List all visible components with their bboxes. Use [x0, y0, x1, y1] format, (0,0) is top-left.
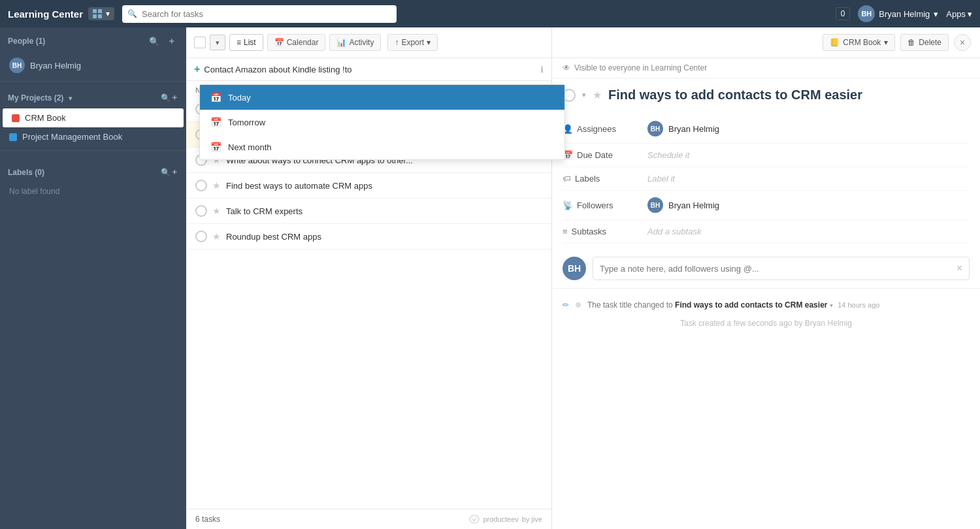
trash-icon: 🗑	[907, 38, 915, 47]
producteev-name: producteev	[483, 515, 518, 523]
search-bar: 🔍	[122, 5, 397, 23]
detail-star[interactable]: ★	[593, 89, 602, 101]
people-search-icon[interactable]: 🔍	[146, 35, 162, 48]
delete-button[interactable]: 🗑 Delete	[900, 34, 949, 51]
comment-input[interactable]	[600, 264, 956, 274]
task-panel: ▾ ≡ List 📅 Calendar 📊 Activity ↑ Export …	[186, 27, 552, 529]
list-icon: ≡	[237, 38, 241, 47]
svg-rect-1	[98, 9, 102, 13]
date-option-tomorrow[interactable]: 📅 Tomorrow	[200, 110, 564, 135]
table-row[interactable]: ★ Talk to CRM experts	[186, 199, 551, 224]
user-menu[interactable]: BH Bryan Helmig ▾	[858, 5, 938, 22]
table-row[interactable]: ★ Roundup best CRM apps	[186, 224, 551, 249]
date-nextmonth-label: Next month	[228, 142, 271, 152]
labels-section: Labels (0) 🔍 ＋ No label found	[0, 155, 186, 205]
calendar-tomorrow-icon: 📅	[210, 117, 221, 127]
top-nav-right: 0 BH Bryan Helmig ▾ Apps ▾	[836, 5, 972, 22]
app-logo: Learning Center	[8, 8, 83, 20]
activity-chevron-icon: ▾	[830, 302, 833, 309]
comment-user-avatar: BH	[563, 257, 586, 280]
task-title-6: Roundup best CRM apps	[226, 232, 537, 242]
svg-rect-0	[93, 9, 97, 13]
sidebar-item-crm-book[interactable]: CRM Book	[3, 108, 184, 127]
task-star-5[interactable]: ★	[212, 206, 221, 216]
org-switcher[interactable]: ▾	[88, 7, 114, 20]
notification-badge[interactable]: 0	[836, 7, 851, 20]
sidebar-divider-2	[0, 150, 186, 151]
sidebar-user-name: Bryan Helmig	[30, 61, 81, 71]
crm-book-label: CRM Book	[843, 38, 881, 47]
followers-field-row: 📡 Followers BH Bryan Helmig	[563, 191, 970, 220]
activity-timestamp: 14 hours ago	[838, 301, 879, 309]
project-name-pm: Project Management Book	[22, 132, 122, 142]
people-add-icon[interactable]: ＋	[165, 34, 178, 48]
due-date-value[interactable]: Schedule it	[647, 150, 689, 160]
export-button[interactable]: ↑ Export ▾	[387, 34, 438, 51]
project-dot-pm	[9, 133, 17, 141]
subtasks-icon: ≡	[563, 227, 568, 236]
calendar-nextmonth-icon: 📅	[210, 142, 221, 152]
tab-activity[interactable]: 📊 Activity	[329, 34, 381, 51]
task-star-4[interactable]: ★	[212, 180, 221, 191]
labels-search-icon[interactable]: 🔍	[161, 168, 171, 177]
assignee-avatar: BH	[647, 121, 663, 136]
table-row[interactable]: ★ Find best ways to automate CRM apps	[186, 173, 551, 199]
labels-field-row: 🏷 Labels Label it	[563, 167, 970, 191]
task-complete-circle-6[interactable]	[195, 231, 207, 242]
delete-label: Delete	[919, 38, 941, 47]
detail-chevron-icon: ▾	[582, 91, 586, 99]
apps-chevron-icon: ▾	[968, 9, 972, 19]
followers-value[interactable]: BH Bryan Helmig	[647, 197, 719, 213]
labels-label: Labels (0)	[8, 168, 161, 177]
date-option-today[interactable]: 📅 Today	[200, 85, 564, 110]
sidebar-user-avatar: BH	[9, 57, 25, 73]
task-toolbar: ▾ ≡ List 📅 Calendar 📊 Activity ↑ Export …	[186, 27, 551, 58]
date-option-next-month[interactable]: 📅 Next month	[200, 135, 564, 159]
comment-clear-icon[interactable]: ×	[956, 263, 962, 274]
tab-list[interactable]: ≡ List	[229, 34, 263, 51]
task-created-note: Task created a few seconds ago by Bryan …	[563, 313, 970, 333]
projects-search-icon[interactable]: 🔍	[161, 93, 171, 103]
comment-section: BH ×	[552, 249, 980, 289]
crm-book-button[interactable]: 📒 CRM Book ▾	[823, 34, 895, 51]
task-star-6[interactable]: ★	[212, 231, 221, 242]
due-date-field-row: 📅 Due Date Schedule it	[563, 144, 970, 167]
close-detail-button[interactable]: ×	[954, 34, 971, 51]
toolbar-dropdown-button[interactable]: ▾	[210, 35, 225, 50]
subtasks-value[interactable]: Add a subtask	[647, 227, 701, 236]
sidebar-item-pm-book[interactable]: Project Management Book	[0, 127, 186, 146]
task-complete-circle-5[interactable]	[195, 205, 207, 217]
new-task-input[interactable]	[204, 65, 540, 74]
projects-label: My Projects (2) ▾	[8, 93, 161, 103]
user-avatar: BH	[858, 5, 875, 22]
labels-placeholder: Label it	[647, 174, 675, 184]
calendar-icon: 📅	[274, 38, 284, 47]
task-title-4: Find best ways to automate CRM apps	[226, 181, 537, 191]
activity-text-title-change: The task title changed to Find ways to a…	[587, 300, 879, 310]
task-info-icon[interactable]: ℹ	[540, 65, 544, 74]
svg-rect-2	[93, 14, 97, 18]
labels-value[interactable]: Label it	[647, 174, 675, 184]
detail-task-title[interactable]: Find ways to add contacts to CRM easier	[608, 88, 970, 103]
projects-arrow-icon: ▾	[69, 95, 72, 102]
labels-add-icon[interactable]: ＋	[171, 167, 178, 178]
top-nav: Learning Center ▾ 🔍 0 BH Bryan Helmig ▾ …	[0, 0, 980, 27]
due-date-label: 📅 Due Date	[563, 150, 647, 160]
people-label: People (1)	[8, 37, 144, 46]
main-layout: People (1) 🔍 ＋ BH Bryan Helmig My Projec…	[0, 27, 980, 529]
detail-panel: 📒 CRM Book ▾ 🗑 Delete × 👁 Visible to eve…	[552, 27, 980, 529]
tab-calendar[interactable]: 📅 Calendar	[267, 34, 326, 51]
select-all-checkbox[interactable]	[194, 37, 206, 48]
date-dropdown: 📅 Today 📅 Tomorrow 📅 Next month	[199, 84, 565, 160]
followers-label: 📡 Followers	[563, 200, 647, 210]
detail-visibility-bar: 👁 Visible to everyone in Learning Center	[552, 58, 980, 78]
projects-add-icon[interactable]: ＋	[171, 92, 178, 103]
activity-bullet	[576, 302, 581, 308]
export-icon: ↑	[395, 38, 399, 47]
apps-button[interactable]: Apps ▾	[946, 9, 972, 19]
task-complete-circle-4[interactable]	[195, 180, 207, 191]
subtasks-label: ≡ Subtasks	[563, 227, 647, 236]
assignees-value[interactable]: BH Bryan Helmig	[647, 121, 719, 136]
search-input[interactable]	[122, 5, 397, 23]
sidebar-user-item[interactable]: BH Bryan Helmig	[0, 54, 186, 77]
